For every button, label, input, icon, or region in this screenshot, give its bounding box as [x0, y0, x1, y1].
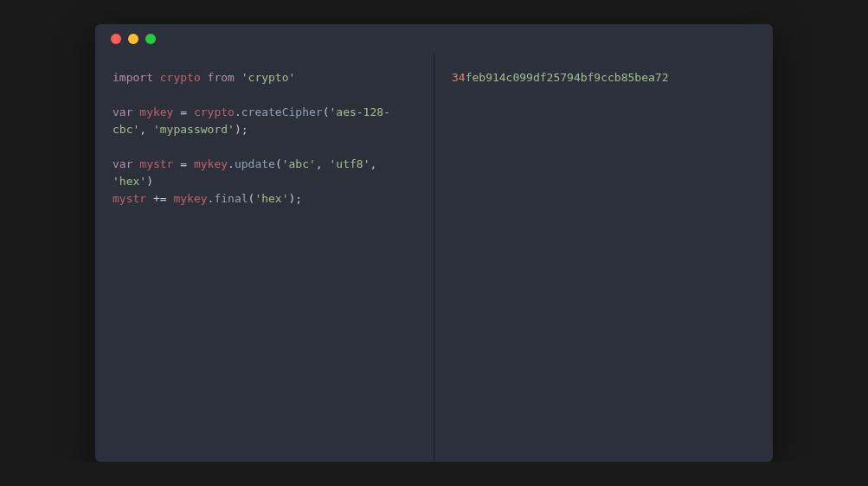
token-var: mykey [173, 192, 207, 205]
token-op: ( [275, 157, 282, 170]
zoom-icon[interactable] [145, 34, 156, 44]
token-str: 'hex' [113, 175, 146, 188]
output-hex: feb914c099df25794bf9ccb85bea72 [466, 71, 669, 84]
token-op: ; [241, 123, 248, 136]
editor-window: import crypto from 'crypto' var mykey = … [95, 24, 773, 462]
close-icon[interactable] [111, 34, 121, 44]
code-content: import crypto from 'crypto' var mykey = … [113, 69, 416, 208]
token-op: , [316, 157, 323, 170]
token-kw: from [208, 71, 235, 84]
token-op: . [228, 157, 235, 170]
token-op: = [180, 157, 187, 170]
token-op: ) [146, 175, 153, 188]
token-var: crypto [160, 71, 201, 84]
token-op: . [235, 106, 241, 118]
output-content: 34feb914c099df25794bf9ccb85bea72 [452, 69, 755, 86]
token-fn: update [235, 157, 275, 170]
token-op: ; [295, 192, 302, 205]
token-kw: var [113, 157, 132, 170]
token-kw: var [113, 106, 132, 118]
titlebar [95, 24, 773, 54]
token-op: , [370, 157, 376, 170]
token-fn: final [214, 192, 248, 205]
token-op: , [139, 123, 146, 136]
token-var: mykey [139, 106, 173, 118]
token-str: 'mypassword' [153, 123, 235, 136]
token-str: 'crypto' [241, 71, 296, 84]
token-op: = [180, 106, 187, 118]
code-pane[interactable]: import crypto from 'crypto' var mykey = … [95, 54, 434, 462]
token-var: mystr [139, 157, 173, 170]
token-op: += [153, 192, 167, 205]
token-kw: import [113, 71, 153, 84]
output-prefix: 34 [452, 71, 466, 84]
token-str: 'hex' [254, 192, 288, 205]
token-str: 'abc' [282, 157, 316, 170]
token-var: mystr [113, 192, 146, 205]
token-op: ) [235, 123, 241, 136]
split-panes: import crypto from 'crypto' var mykey = … [95, 54, 773, 462]
token-var: crypto [194, 106, 235, 118]
token-str: 'utf8' [330, 157, 370, 170]
minimize-icon[interactable] [128, 34, 138, 44]
token-var: mykey [194, 157, 228, 170]
output-pane: 34feb914c099df25794bf9ccb85bea72 [434, 54, 773, 462]
token-fn: createCipher [241, 106, 323, 118]
